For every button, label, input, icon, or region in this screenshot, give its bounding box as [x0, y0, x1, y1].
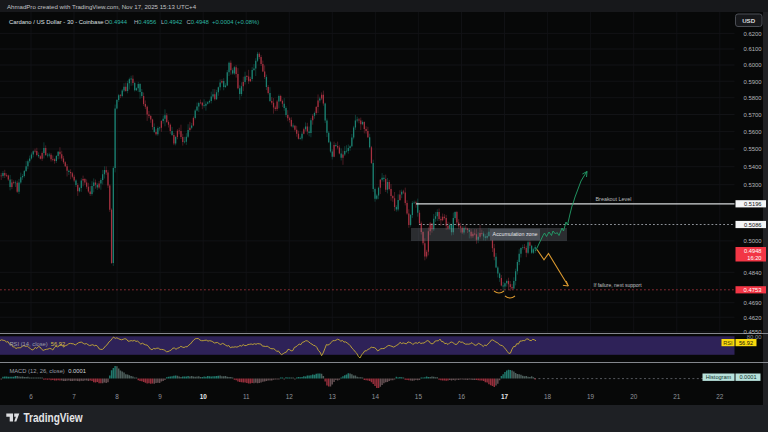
- svg-text:L0.4942: L0.4942: [161, 19, 182, 25]
- svg-text:Histogram: Histogram: [706, 374, 732, 380]
- svg-text:TradingView: TradingView: [24, 411, 83, 424]
- svg-text:RSI (14, close): RSI (14, close): [9, 341, 47, 347]
- svg-text:9: 9: [158, 393, 162, 400]
- svg-text:56.92: 56.92: [51, 341, 66, 347]
- svg-text:19: 19: [587, 393, 595, 400]
- svg-text:14: 14: [372, 393, 380, 400]
- svg-text:13: 13: [329, 393, 337, 400]
- svg-text:18: 18: [544, 393, 552, 400]
- svg-text:15: 15: [415, 393, 423, 400]
- svg-text:Cardano / US Dollar - 30 - Coi: Cardano / US Dollar - 30 - Coinbase: [9, 19, 104, 25]
- svg-text:0.5300: 0.5300: [743, 182, 762, 188]
- svg-text:0.6200: 0.6200: [743, 31, 762, 37]
- svg-text:If failure, next support: If failure, next support: [594, 282, 643, 288]
- svg-text:22: 22: [716, 393, 724, 400]
- svg-text:0.5700: 0.5700: [743, 112, 762, 118]
- svg-text:0.4690: 0.4690: [743, 300, 762, 306]
- svg-text:7: 7: [72, 393, 76, 400]
- svg-text:16:20: 16:20: [747, 255, 761, 261]
- svg-text:0.0001: 0.0001: [68, 368, 86, 374]
- svg-text:0.0001: 0.0001: [739, 374, 756, 380]
- svg-text:17: 17: [501, 393, 509, 400]
- svg-text:11: 11: [243, 393, 250, 400]
- svg-text:0.6000: 0.6000: [743, 62, 762, 68]
- svg-text:20: 20: [630, 393, 638, 400]
- svg-text:0.5196: 0.5196: [744, 201, 761, 207]
- svg-text:0.6100: 0.6100: [743, 46, 762, 52]
- svg-text:8: 8: [115, 393, 119, 400]
- svg-text:0.5900: 0.5900: [743, 79, 762, 85]
- svg-text:O0.4944: O0.4944: [105, 19, 128, 25]
- svg-text:C0.4948: C0.4948: [187, 19, 210, 25]
- svg-text:Breakout Level: Breakout Level: [596, 196, 632, 202]
- svg-text:0.5800: 0.5800: [743, 95, 762, 101]
- svg-text:56.92: 56.92: [739, 340, 753, 346]
- svg-text:MACD (12, 26, close): MACD (12, 26, close): [9, 368, 64, 374]
- svg-text:10: 10: [200, 393, 208, 400]
- svg-text:0.4840: 0.4840: [743, 270, 762, 276]
- svg-text:H0.4956: H0.4956: [134, 19, 157, 25]
- svg-text:USD: USD: [742, 17, 756, 24]
- svg-text:0.5600: 0.5600: [743, 129, 762, 135]
- svg-text:0.5400: 0.5400: [743, 164, 762, 170]
- svg-text:16: 16: [458, 393, 466, 400]
- svg-text:AhmadPro created with TradingV: AhmadPro created with TradingView.com, N…: [7, 3, 197, 10]
- svg-text:6: 6: [29, 393, 33, 400]
- svg-text:0.5000: 0.5000: [743, 238, 762, 244]
- svg-text:0.4753: 0.4753: [743, 287, 762, 293]
- svg-text:21: 21: [673, 393, 681, 400]
- svg-text:0.5500: 0.5500: [743, 146, 762, 152]
- svg-text:0.4620: 0.4620: [743, 315, 762, 321]
- svg-text:0.4948: 0.4948: [744, 248, 761, 254]
- svg-text:Accumulation zone: Accumulation zone: [493, 231, 538, 237]
- svg-text:12: 12: [286, 393, 294, 400]
- svg-text:0.5086: 0.5086: [744, 222, 761, 228]
- svg-text:RSI: RSI: [723, 340, 733, 346]
- svg-text:+0.0004 (+0.08%): +0.0004 (+0.08%): [212, 19, 259, 25]
